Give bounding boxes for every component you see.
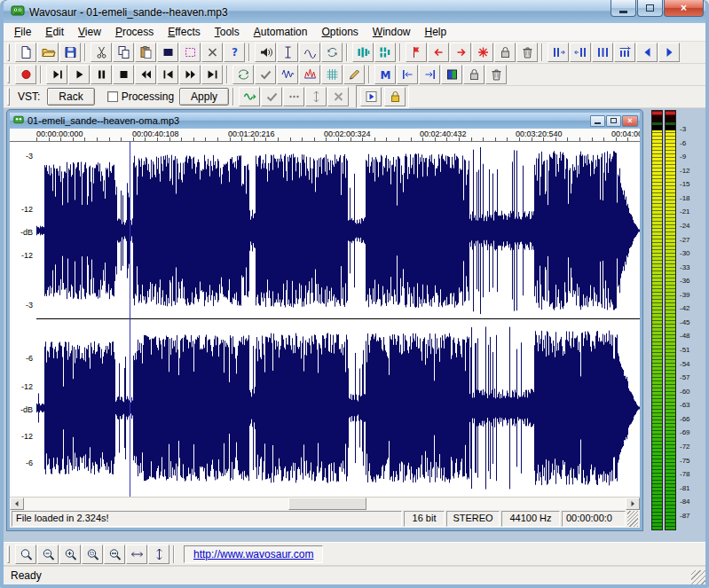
save-button[interactable]	[59, 43, 81, 62]
vst-play-button[interactable]	[360, 87, 382, 106]
insert-button[interactable]	[277, 43, 298, 62]
meter-scale-label: -57	[680, 374, 703, 381]
play-button[interactable]	[68, 65, 90, 84]
help-button[interactable]: ?	[224, 43, 245, 62]
menu-tools[interactable]: Tools	[208, 24, 247, 40]
timeline-ruler[interactable]: 00:00:00:00000:00:40:10800:01:20:21600:0…	[10, 129, 640, 142]
deinterleave-button[interactable]	[374, 43, 396, 62]
go-end-button[interactable]	[201, 65, 223, 84]
lock-button[interactable]	[494, 43, 516, 62]
resize-grip[interactable]	[691, 570, 705, 584]
menu-file[interactable]: File	[7, 24, 38, 40]
resample-button[interactable]	[321, 43, 343, 62]
pencil-button[interactable]	[343, 65, 365, 84]
split-c-button[interactable]	[592, 43, 613, 62]
scroll-left-button[interactable]	[10, 498, 24, 510]
doc-maximize-button[interactable]	[606, 115, 621, 127]
vst-delete-button[interactable]	[327, 87, 349, 106]
waveform-display[interactable]	[36, 142, 640, 497]
vst-rack-button[interactable]: Rack	[47, 88, 94, 106]
processing-checkbox[interactable]	[107, 91, 118, 102]
toolbar-drag-handle[interactable]	[7, 88, 10, 106]
toolbar-drag-handle[interactable]	[7, 43, 10, 61]
forward-button[interactable]	[179, 65, 201, 84]
analyze-button[interactable]	[299, 43, 320, 62]
record-button[interactable]	[15, 65, 36, 84]
pan-horizontal-button[interactable]	[126, 545, 147, 564]
toolbar-drag-handle[interactable]	[7, 545, 10, 563]
interleave-button[interactable]	[352, 43, 374, 62]
play-selection-button[interactable]	[46, 65, 67, 84]
toolbar-drag-handle[interactable]	[7, 66, 10, 83]
marker-prev-button[interactable]	[428, 43, 449, 62]
align-left-button[interactable]	[397, 65, 418, 84]
go-start-button[interactable]	[157, 65, 178, 84]
doc-minimize-button[interactable]	[590, 115, 605, 127]
scroll-right-button[interactable]	[626, 498, 640, 510]
palette-button[interactable]	[441, 65, 462, 84]
marker-m-button[interactable]: M	[374, 65, 396, 84]
paste-special-button[interactable]	[179, 43, 201, 62]
doc-close-button[interactable]: ×	[622, 115, 638, 127]
menu-options[interactable]: Options	[314, 24, 365, 40]
trim-button[interactable]	[157, 43, 178, 62]
menu-edit[interactable]: Edit	[38, 24, 71, 40]
zoom-out-button[interactable]	[37, 545, 59, 564]
prev-blue-button[interactable]	[636, 43, 658, 62]
menu-process[interactable]: Process	[108, 24, 161, 40]
vst-updown-button[interactable]	[305, 87, 327, 106]
marker-clear-button[interactable]	[472, 43, 493, 62]
vst-lock-button[interactable]	[384, 87, 406, 106]
marker-add-button[interactable]	[406, 43, 427, 62]
zoom-normal-button[interactable]	[15, 545, 36, 564]
scrollbar-track[interactable]	[24, 498, 626, 510]
trim-icon	[161, 45, 176, 59]
trash-button[interactable]	[516, 43, 538, 62]
zoom-selection-button[interactable]	[82, 545, 103, 564]
wave-view-button[interactable]	[277, 65, 298, 84]
marker-next-button[interactable]	[450, 43, 471, 62]
zoom-full-button[interactable]	[104, 545, 125, 564]
next-blue-button[interactable]	[658, 43, 680, 62]
maximize-button[interactable]	[637, 0, 663, 17]
grid-view-button[interactable]	[321, 65, 343, 84]
toolbar-separator	[173, 545, 175, 563]
pause-button[interactable]	[91, 65, 112, 84]
resize-grip[interactable]	[627, 511, 638, 527]
vst-apply-button[interactable]: Apply	[179, 88, 229, 106]
spectrum-view-button[interactable]	[299, 65, 320, 84]
volume-button[interactable]	[255, 43, 276, 62]
open-button[interactable]	[37, 43, 59, 62]
split-d-button[interactable]	[614, 43, 635, 62]
vst-params-button[interactable]	[283, 87, 304, 106]
vst-chain-button[interactable]	[239, 87, 260, 106]
paste-button[interactable]	[135, 43, 156, 62]
menu-effects[interactable]: Effects	[161, 24, 207, 40]
menu-help[interactable]: Help	[418, 24, 454, 40]
pan-vertical-button[interactable]	[148, 545, 169, 564]
menu-view[interactable]: View	[71, 24, 108, 40]
vst-confirm-button[interactable]	[261, 87, 282, 106]
rewind-button[interactable]	[135, 65, 156, 84]
zoom-in-button[interactable]	[59, 545, 81, 564]
meter-scale-label: -15	[680, 181, 703, 188]
split-b-button[interactable]	[570, 43, 591, 62]
trash-button[interactable]	[485, 65, 507, 84]
close-button[interactable]: ×	[664, 0, 704, 17]
delete-button[interactable]	[201, 43, 223, 62]
lock-button[interactable]	[463, 65, 484, 84]
wavosaur-link[interactable]: http://www.wavosaur.com	[193, 548, 313, 561]
new-button[interactable]	[15, 43, 36, 62]
copy-button[interactable]	[113, 43, 134, 62]
minimize-button[interactable]	[611, 0, 636, 17]
menu-window[interactable]: Window	[366, 24, 418, 40]
split-a-button[interactable]	[548, 43, 569, 62]
cut-button[interactable]	[91, 43, 112, 62]
align-right-button[interactable]	[419, 65, 440, 84]
menu-automation[interactable]: Automation	[247, 24, 315, 40]
confirm-button[interactable]	[255, 65, 276, 84]
doc-maximize-icon	[611, 118, 617, 123]
stop-button[interactable]	[113, 65, 134, 84]
scrollbar-thumb[interactable]	[288, 498, 366, 510]
loop-button[interactable]	[232, 65, 254, 84]
